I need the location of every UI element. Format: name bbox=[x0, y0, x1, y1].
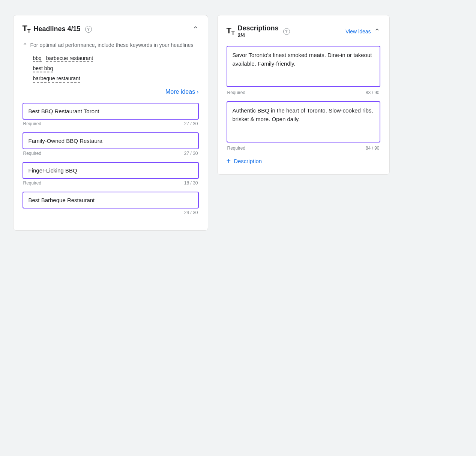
more-ideas-button[interactable]: More ideas › bbox=[165, 88, 198, 95]
tip-chevron-icon[interactable]: ⌃ bbox=[23, 42, 27, 49]
description-field-2: Required 84 / 90 bbox=[227, 101, 380, 151]
more-ideas-row: More ideas › bbox=[23, 88, 199, 95]
keyword-chip[interactable]: barbecue restaurant bbox=[46, 55, 93, 62]
description-field-1: Required 83 / 90 bbox=[227, 46, 380, 95]
keyword-tip-section: ⌃ For optimal ad performance, include th… bbox=[23, 41, 199, 49]
headlines-header: TT Headlines 4/15 ? ⌃ bbox=[23, 24, 199, 34]
page-container: TT Headlines 4/15 ? ⌃ ⌃ For optimal ad p… bbox=[13, 15, 463, 231]
descriptions-title: Descriptions bbox=[238, 24, 279, 32]
more-ideas-label: More ideas bbox=[165, 88, 195, 95]
description-count-2: 84 / 90 bbox=[366, 146, 380, 151]
headline-field-4: 24 / 30 bbox=[23, 192, 199, 215]
keyword-chip[interactable]: barbeque restaurant bbox=[33, 75, 80, 82]
tip-text: For optimal ad performance, include thes… bbox=[30, 41, 194, 49]
desc-text-type-icon: TT bbox=[227, 27, 235, 36]
headline-meta-3: Required 18 / 30 bbox=[23, 180, 199, 186]
description-meta-1: Required 83 / 90 bbox=[227, 90, 380, 95]
headlines-header-left: TT Headlines 4/15 ? bbox=[23, 24, 92, 34]
headline-required-3: Required bbox=[23, 180, 42, 186]
headlines-title: Headlines 4/15 bbox=[34, 25, 81, 33]
keyword-list: bbq barbecue restaurant best bbq barbequ… bbox=[33, 55, 199, 82]
keyword-row-2: best bbq bbox=[33, 65, 199, 72]
headline-meta-2: Required 27 / 30 bbox=[23, 151, 199, 156]
add-description-label: Description bbox=[234, 158, 262, 164]
more-ideas-arrow-icon: › bbox=[197, 88, 198, 95]
description-required-2: Required bbox=[227, 146, 246, 151]
headline-required-2: Required bbox=[23, 151, 42, 156]
headlines-collapse-icon[interactable]: ⌃ bbox=[192, 26, 199, 33]
keyword-row-3: barbeque restaurant bbox=[33, 75, 199, 82]
headline-count-2: 27 / 30 bbox=[184, 151, 198, 156]
headline-field-1: Required 27 / 30 bbox=[23, 103, 199, 126]
headline-input-1[interactable] bbox=[23, 103, 199, 120]
descriptions-help-icon[interactable]: ? bbox=[283, 28, 290, 35]
headline-input-2[interactable] bbox=[23, 132, 199, 149]
headlines-panel: TT Headlines 4/15 ? ⌃ ⌃ For optimal ad p… bbox=[13, 15, 208, 231]
headlines-help-icon[interactable]: ? bbox=[85, 26, 92, 33]
headline-field-3: Required 18 / 30 bbox=[23, 162, 199, 186]
description-textarea-1[interactable] bbox=[227, 46, 380, 87]
text-type-icon: TT bbox=[23, 24, 31, 34]
headline-required-1: Required bbox=[23, 121, 42, 126]
headline-input-4[interactable] bbox=[23, 192, 199, 208]
descriptions-header: TT Descriptions 2/4 ? View ideas ⌃ bbox=[227, 24, 380, 38]
view-ideas-button[interactable]: View ideas bbox=[345, 28, 371, 34]
descriptions-collapse-icon[interactable]: ⌃ bbox=[374, 28, 380, 35]
headline-count-1: 27 / 30 bbox=[184, 121, 198, 126]
descriptions-header-left: TT Descriptions 2/4 ? bbox=[227, 24, 290, 38]
headline-input-3[interactable] bbox=[23, 162, 199, 179]
descriptions-header-right: View ideas ⌃ bbox=[345, 28, 380, 35]
descriptions-panel: TT Descriptions 2/4 ? View ideas ⌃ Requi… bbox=[217, 15, 390, 175]
keyword-row-1: bbq barbecue restaurant bbox=[33, 55, 199, 62]
description-textarea-2[interactable] bbox=[227, 101, 380, 142]
description-meta-2: Required 84 / 90 bbox=[227, 146, 380, 151]
headline-count-3: 18 / 30 bbox=[184, 180, 198, 186]
headline-meta-1: Required 27 / 30 bbox=[23, 121, 199, 126]
add-description-button[interactable]: + Description bbox=[227, 157, 262, 165]
desc-title-block: Descriptions 2/4 bbox=[238, 24, 279, 38]
description-required-1: Required bbox=[227, 90, 246, 95]
plus-icon: + bbox=[227, 157, 231, 165]
description-count-1: 83 / 90 bbox=[366, 90, 380, 95]
keyword-chip[interactable]: bbq bbox=[33, 55, 42, 62]
headline-count-4: 24 / 30 bbox=[184, 210, 198, 215]
descriptions-count: 2/4 bbox=[238, 32, 279, 38]
headline-meta-4: 24 / 30 bbox=[23, 210, 199, 215]
keyword-chip[interactable]: best bbq bbox=[33, 65, 53, 72]
headline-field-2: Required 27 / 30 bbox=[23, 132, 199, 156]
